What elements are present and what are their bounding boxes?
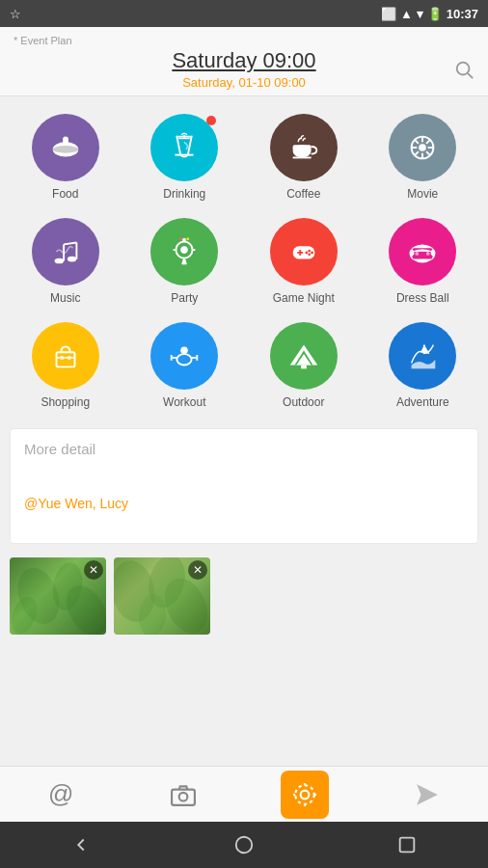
mention-text: @Yue Wen, Lucy xyxy=(24,496,464,511)
svg-point-10 xyxy=(419,144,426,151)
svg-point-0 xyxy=(457,62,470,74)
svg-point-44 xyxy=(416,252,420,256)
svg-point-73 xyxy=(178,792,187,800)
music-label: Music xyxy=(50,291,80,305)
svg-point-20 xyxy=(68,257,77,262)
main-content: Food Drinking xyxy=(0,96,488,640)
svg-point-32 xyxy=(182,238,186,242)
svg-line-18 xyxy=(415,151,419,155)
svg-line-17 xyxy=(426,140,430,144)
coffee-label: Coffee xyxy=(286,187,320,201)
svg-point-52 xyxy=(180,347,188,355)
drinking-label: Drinking xyxy=(163,187,205,201)
category-movie[interactable]: Movie xyxy=(366,106,481,206)
svg-rect-7 xyxy=(292,145,311,151)
svg-rect-48 xyxy=(56,352,74,366)
location-button[interactable] xyxy=(281,771,329,819)
more-detail-placeholder: More detail xyxy=(24,441,464,457)
svg-point-40 xyxy=(305,252,308,255)
photo-row: ✕ ✕ xyxy=(0,550,488,640)
photo-2: ✕ xyxy=(114,557,210,635)
photo-2-remove[interactable]: ✕ xyxy=(188,560,207,580)
back-button[interactable] xyxy=(62,826,100,864)
svg-point-25 xyxy=(180,246,188,254)
shopping-label: Shopping xyxy=(41,395,90,409)
svg-line-23 xyxy=(64,243,76,245)
home-button[interactable] xyxy=(225,826,263,864)
location-icon xyxy=(292,782,317,807)
photo-1-remove[interactable]: ✕ xyxy=(84,560,103,580)
svg-point-51 xyxy=(68,356,71,360)
category-grid: Food Drinking xyxy=(0,96,488,422)
category-drinking[interactable]: Drinking xyxy=(127,106,243,206)
at-button[interactable]: @ xyxy=(37,771,85,819)
signal-icon: ▲ xyxy=(400,7,413,21)
svg-rect-63 xyxy=(423,345,425,355)
vibrate-icon: ⬜ xyxy=(381,7,396,21)
svg-point-19 xyxy=(54,258,64,264)
android-icon: ☆ xyxy=(10,7,21,21)
svg-line-15 xyxy=(415,140,419,144)
header-date-time[interactable]: Saturday 09:00 xyxy=(172,48,315,73)
svg-point-34 xyxy=(179,237,182,240)
svg-marker-80 xyxy=(417,784,438,805)
time-display: 10:37 xyxy=(447,7,478,21)
send-icon xyxy=(415,782,440,807)
bottom-toolbar: @ xyxy=(0,766,488,822)
food-label: Food xyxy=(52,187,78,201)
at-icon: @ xyxy=(48,779,73,809)
party-label: Party xyxy=(171,291,198,305)
svg-point-53 xyxy=(177,354,192,365)
status-left: ☆ xyxy=(10,7,21,21)
category-shopping[interactable]: Shopping xyxy=(8,314,123,415)
header-title-area: Saturday 09:00 Saturday, 01-10 09:00 xyxy=(42,48,446,90)
category-music[interactable]: Music xyxy=(8,210,123,311)
category-game-night[interactable]: Game Night xyxy=(246,210,362,311)
search-button[interactable] xyxy=(446,59,474,80)
svg-rect-47 xyxy=(431,250,436,256)
game-night-label: Game Night xyxy=(273,291,335,305)
category-workout[interactable]: Workout xyxy=(127,314,243,415)
category-coffee[interactable]: Coffee xyxy=(246,106,362,206)
category-dress-ball[interactable]: Dress Ball xyxy=(366,210,481,311)
more-detail-area: More detail @Yue Wen, Lucy xyxy=(10,428,478,544)
nav-bar xyxy=(0,822,488,868)
svg-rect-61 xyxy=(301,366,307,369)
svg-point-41 xyxy=(308,253,311,256)
photo-1: ✕ xyxy=(10,557,106,635)
svg-line-1 xyxy=(468,73,473,78)
svg-line-16 xyxy=(426,151,430,155)
category-outdoor[interactable]: Outdoor xyxy=(246,314,362,415)
dress-ball-label: Dress Ball xyxy=(396,291,449,305)
svg-point-39 xyxy=(311,252,313,255)
header-date-detail: Saturday, 01-10 09:00 xyxy=(182,75,306,90)
svg-point-4 xyxy=(52,146,78,153)
status-right: ⬜ ▲ ▾ 🔋 10:37 xyxy=(381,7,478,21)
workout-label: Workout xyxy=(163,395,205,409)
svg-point-50 xyxy=(60,356,64,360)
category-adventure[interactable]: Adventure xyxy=(366,314,481,415)
movie-label: Movie xyxy=(407,187,438,201)
wifi-icon: ▾ xyxy=(417,7,423,21)
svg-point-45 xyxy=(426,252,430,256)
adventure-label: Adventure xyxy=(396,395,449,409)
svg-point-38 xyxy=(308,250,311,253)
category-food[interactable]: Food xyxy=(8,106,123,206)
status-bar: ☆ ⬜ ▲ ▾ 🔋 10:37 xyxy=(0,0,488,27)
svg-rect-82 xyxy=(399,838,414,853)
app-header: * Event Plan Saturday 09:00 Saturday, 01… xyxy=(0,27,488,96)
event-plan-label: * Event Plan xyxy=(14,35,474,46)
notification-dot xyxy=(206,116,216,125)
svg-point-75 xyxy=(296,785,315,804)
battery-icon: 🔋 xyxy=(427,7,443,21)
camera-icon xyxy=(171,782,196,807)
svg-point-33 xyxy=(187,237,190,240)
recent-button[interactable] xyxy=(388,826,426,864)
outdoor-label: Outdoor xyxy=(283,395,324,409)
camera-button[interactable] xyxy=(159,771,207,819)
svg-rect-46 xyxy=(410,250,415,256)
category-party[interactable]: Party xyxy=(127,210,243,311)
svg-point-81 xyxy=(236,837,253,854)
svg-point-74 xyxy=(301,790,310,799)
send-button[interactable] xyxy=(403,771,451,819)
